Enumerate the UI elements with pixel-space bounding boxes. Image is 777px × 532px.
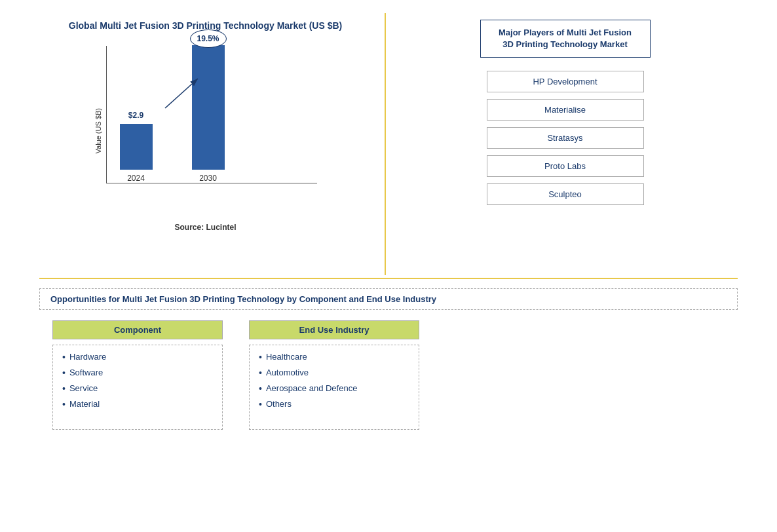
player-item-2: Materialise bbox=[487, 99, 644, 121]
horizontal-divider bbox=[39, 278, 738, 279]
y-axis-label: Value (US $B) bbox=[94, 108, 102, 154]
player-item-4: Proto Labs bbox=[487, 155, 644, 177]
bullet-1: • bbox=[62, 352, 66, 362]
bullet-e2: • bbox=[259, 368, 262, 378]
component-column: Component • Hardware • Software • Servic… bbox=[52, 320, 223, 430]
bar-value-2024: $2.9 bbox=[128, 111, 143, 120]
component-item-4: • Material bbox=[62, 399, 213, 409]
player-item-3: Stratasys bbox=[487, 127, 644, 149]
bullet-e4: • bbox=[259, 399, 262, 409]
bar-2024 bbox=[120, 124, 153, 170]
cagr-overlay: 19.5% bbox=[145, 66, 276, 121]
bullet-e3: • bbox=[259, 383, 262, 394]
opportunities-content: Component • Hardware • Software • Servic… bbox=[39, 320, 738, 430]
top-section: Global Multi Jet Fusion 3D Printing Tech… bbox=[39, 13, 738, 275]
source-text: Source: Lucintel bbox=[174, 223, 236, 232]
enduse-item-4: • Others bbox=[259, 399, 409, 409]
chart-area: Global Multi Jet Fusion 3D Printing Tech… bbox=[39, 13, 378, 275]
enduse-header: End Use Industry bbox=[249, 320, 419, 339]
enduse-item-1: • Healthcare bbox=[259, 352, 409, 362]
players-title-box: Major Players of Multi Jet Fusion 3D Pri… bbox=[480, 20, 651, 58]
bullet-e1: • bbox=[259, 352, 262, 362]
component-item-1: • Hardware bbox=[62, 352, 213, 362]
vertical-divider bbox=[385, 13, 386, 275]
opportunities-title-box: Opportunities for Multi Jet Fusion 3D Pr… bbox=[39, 288, 738, 310]
component-list-box: • Hardware • Software • Service • Materi… bbox=[52, 345, 223, 430]
component-item-2: • Software bbox=[62, 368, 213, 378]
enduse-item-3: • Aerospace and Defence bbox=[259, 383, 409, 394]
bullet-4: • bbox=[62, 399, 66, 409]
svg-line-0 bbox=[165, 79, 198, 108]
component-item-3: • Service bbox=[62, 383, 213, 394]
players-area: Major Players of Multi Jet Fusion 3D Pri… bbox=[392, 13, 738, 275]
cagr-bubble: 19.5% bbox=[190, 29, 227, 48]
bottom-section: Opportunities for Multi Jet Fusion 3D Pr… bbox=[39, 288, 738, 430]
player-item-5: Sculpteo bbox=[487, 183, 644, 205]
bullet-2: • bbox=[62, 368, 66, 378]
enduse-column: End Use Industry • Healthcare • Automoti… bbox=[249, 320, 419, 430]
player-item-1: HP Development bbox=[487, 71, 644, 92]
bar-group-2024: $2.9 2024 bbox=[120, 124, 153, 183]
chart-wrapper: Value (US $B) bbox=[94, 46, 317, 216]
chart-inner: 19.5% $2.9 2024 $8.4 bbox=[106, 46, 317, 216]
bar-label-2030: 2030 bbox=[199, 174, 217, 183]
main-container: Global Multi Jet Fusion 3D Printing Tech… bbox=[0, 0, 777, 532]
bar-label-2024: 2024 bbox=[127, 174, 145, 183]
cagr-arrow-svg bbox=[145, 66, 276, 118]
bullet-3: • bbox=[62, 383, 66, 394]
enduse-list-box: • Healthcare • Automotive • Aerospace an… bbox=[249, 345, 419, 430]
component-header: Component bbox=[52, 320, 223, 339]
enduse-item-2: • Automotive bbox=[259, 368, 409, 378]
